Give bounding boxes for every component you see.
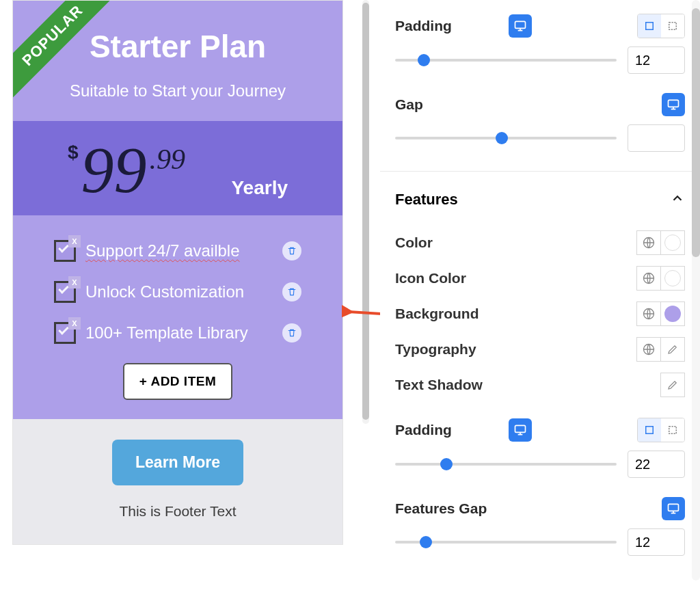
feature-checkbox[interactable]: X [54,322,76,344]
footer-text: This is Footer Text [13,503,342,520]
global-icon[interactable] [636,266,661,291]
linked-all-sides-icon[interactable] [638,418,661,442]
features-list: X Support 24/7 availble X Unlock Customi… [13,215,342,419]
icon-color-row: Icon Color [395,260,685,296]
color-swatch-button[interactable] [660,230,685,255]
features-padding-input[interactable] [628,451,685,478]
feature-item[interactable]: X Unlock Customization [54,281,301,303]
currency-symbol: $ [68,142,79,163]
settings-panel: Padding Gap Features [380,0,700,580]
edit-icon[interactable] [660,373,685,397]
panel-scrollbar-thumb[interactable] [692,8,700,257]
text-shadow-label: Text Shadow [395,377,660,393]
remove-check-icon[interactable]: X [68,317,81,330]
trash-icon [287,287,297,297]
typography-row: Typography [395,332,685,367]
svg-rect-4 [669,100,679,107]
padding-slider[interactable] [395,46,685,74]
section-divider [380,171,700,172]
features-gap-slider[interactable] [395,528,685,556]
edit-icon[interactable] [660,337,685,362]
preview-scrollbar-thumb[interactable] [362,3,369,420]
device-responsive-icon[interactable] [662,497,685,520]
global-icon[interactable] [636,301,661,326]
card-header: POPULAR Starter Plan Suitable to Start y… [13,1,342,121]
svg-rect-9 [515,425,526,432]
background-row: Background [395,296,685,332]
feature-text[interactable]: 100+ Template Library [85,323,273,343]
remove-check-icon[interactable]: X [68,235,81,247]
feature-text[interactable]: Unlock Customization [85,282,273,301]
global-icon[interactable] [636,230,661,255]
features-gap-input[interactable] [628,528,685,556]
unlinked-sides-icon[interactable] [661,14,684,38]
padding-label: Padding [395,18,500,34]
feature-checkbox[interactable]: X [54,281,76,303]
plan-subtitle: Suitable to Start your Journey [27,81,329,100]
feature-delete-button[interactable] [282,282,301,301]
features-padding-row: Padding [395,418,685,442]
svg-rect-1 [515,21,526,28]
svg-rect-11 [669,427,677,434]
card-footer: Learn More This is Footer Text [13,419,342,544]
gap-input[interactable] [628,124,685,152]
text-shadow-row: Text Shadow [395,367,685,403]
color-label: Color [395,234,636,251]
svg-rect-3 [669,23,677,30]
features-padding-slider[interactable] [395,451,685,478]
color-swatch-button[interactable] [660,301,685,326]
padding-linked-toggle[interactable] [637,14,685,38]
price-band: $ 99 .99 Yearly [13,121,342,215]
gap-label: Gap [395,96,654,113]
background-label: Background [395,306,636,322]
global-icon[interactable] [636,337,661,362]
price-main: 99 [81,137,147,203]
add-item-button[interactable]: + ADD ITEM [123,363,233,400]
features-gap-label: Features Gap [395,500,654,517]
padding-input[interactable] [628,46,685,74]
feature-checkbox[interactable]: X [54,240,76,262]
svg-rect-10 [646,427,654,434]
typography-label: Typography [395,341,636,358]
device-responsive-icon[interactable] [509,14,532,38]
svg-rect-2 [646,23,654,30]
features-padding-label: Padding [395,422,500,438]
gap-slider[interactable] [395,124,685,152]
feature-delete-button[interactable] [282,241,301,260]
color-swatch-button[interactable] [660,266,685,291]
features-heading: Features [395,191,670,209]
feature-item[interactable]: X 100+ Template Library [54,322,301,344]
price-cents: .99 [150,143,186,176]
gap-row: Gap [395,93,685,116]
chevron-up-icon[interactable] [670,191,685,209]
color-row: Color [395,225,685,260]
icon-color-label: Icon Color [395,270,636,286]
features-gap-row: Features Gap [395,497,685,520]
unlinked-sides-icon[interactable] [661,418,684,442]
feature-item[interactable]: X Support 24/7 availble [54,240,301,262]
trash-icon [287,328,297,338]
device-responsive-icon[interactable] [662,93,685,116]
trash-icon [287,246,297,256]
price-term: Yearly [188,177,288,203]
pricing-card-preview: POPULAR Starter Plan Suitable to Start y… [12,0,343,545]
feature-delete-button[interactable] [282,323,301,343]
padding-row: Padding [395,14,685,38]
device-responsive-icon[interactable] [509,418,532,442]
padding-linked-toggle[interactable] [637,418,685,442]
feature-text[interactable]: Support 24/7 availble [85,241,273,260]
linked-all-sides-icon[interactable] [638,14,661,38]
learn-more-button[interactable]: Learn More [112,440,243,485]
remove-check-icon[interactable]: X [68,276,81,289]
svg-rect-12 [669,504,679,511]
features-section-header[interactable]: Features [395,191,685,209]
